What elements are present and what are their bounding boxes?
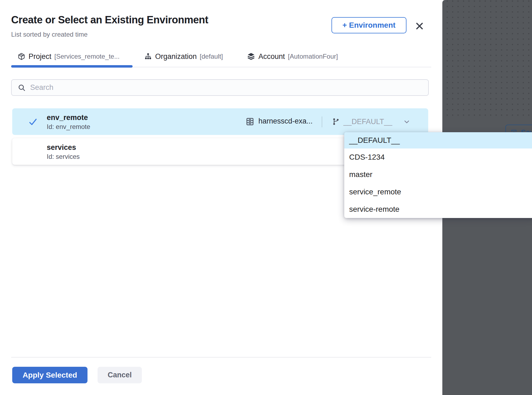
row-divider	[322, 116, 322, 127]
branch-option-default[interactable]: __DEFAULT__	[344, 132, 532, 148]
selected-branch-name: __DEFAULT__	[343, 118, 392, 126]
git-branch-icon	[332, 117, 340, 126]
checkmark-icon	[28, 117, 38, 127]
search-icon	[18, 84, 26, 92]
footer-divider	[11, 357, 431, 358]
modal-title: Create or Select an Existing Environment	[11, 14, 208, 26]
search-input[interactable]	[30, 83, 428, 92]
branch-option-master[interactable]: master	[344, 166, 532, 183]
cancel-button[interactable]: Cancel	[98, 367, 142, 383]
tab-project-scope: [Services_remote_te...	[54, 53, 120, 60]
new-environment-label: + Environment	[342, 21, 395, 30]
layers-icon	[247, 52, 255, 61]
tab-organization[interactable]: Organization [default]	[144, 50, 223, 62]
tab-project-label: Project	[29, 52, 51, 61]
cube-icon	[17, 52, 26, 61]
search-box	[11, 79, 429, 96]
org-chart-icon	[144, 52, 152, 61]
tab-organization-label: Organization	[155, 52, 197, 61]
repository-name: harnesscd-exa...	[258, 117, 313, 125]
environment-row-texts: env_remote Id: env_remote	[47, 113, 90, 131]
branch-dropdown-menu: __DEFAULT__ CDS-1234 master service_remo…	[344, 132, 532, 218]
environment-name: services	[47, 143, 80, 152]
tab-account-scope: [AutomationFour]	[288, 53, 338, 60]
chevron-down-icon[interactable]	[403, 118, 411, 126]
environment-row-texts: services Id: services	[47, 143, 80, 161]
branch-option-service-dash-remote[interactable]: service-remote	[344, 201, 532, 218]
environment-name: env_remote	[47, 113, 90, 122]
screen: Save Create or Select an Existing Enviro…	[0, 0, 532, 395]
environment-id: Id: services	[47, 152, 80, 161]
tab-organization-scope: [default]	[200, 53, 223, 60]
tab-project[interactable]: Project [Services_remote_te...	[17, 50, 120, 62]
environment-id: Id: env_remote	[47, 122, 90, 131]
apply-selected-button[interactable]: Apply Selected	[12, 367, 87, 383]
close-icon[interactable]	[414, 21, 425, 31]
modal-subtitle: List sorted by created time	[11, 31, 87, 38]
active-tab-underline	[11, 65, 133, 68]
repository-icon	[245, 117, 255, 126]
tab-account[interactable]: Account [AutomationFour]	[247, 50, 338, 62]
canvas-dot-grid	[442, 0, 532, 118]
tab-account-label: Account	[258, 52, 285, 61]
new-environment-button[interactable]: + Environment	[331, 17, 406, 33]
environment-row-env-remote[interactable]: env_remote Id: env_remote harnesscd-exa.…	[12, 108, 428, 135]
branch-option-service-underscore-remote[interactable]: service_remote	[344, 183, 532, 201]
branch-option-cds-1234[interactable]: CDS-1234	[344, 148, 532, 166]
